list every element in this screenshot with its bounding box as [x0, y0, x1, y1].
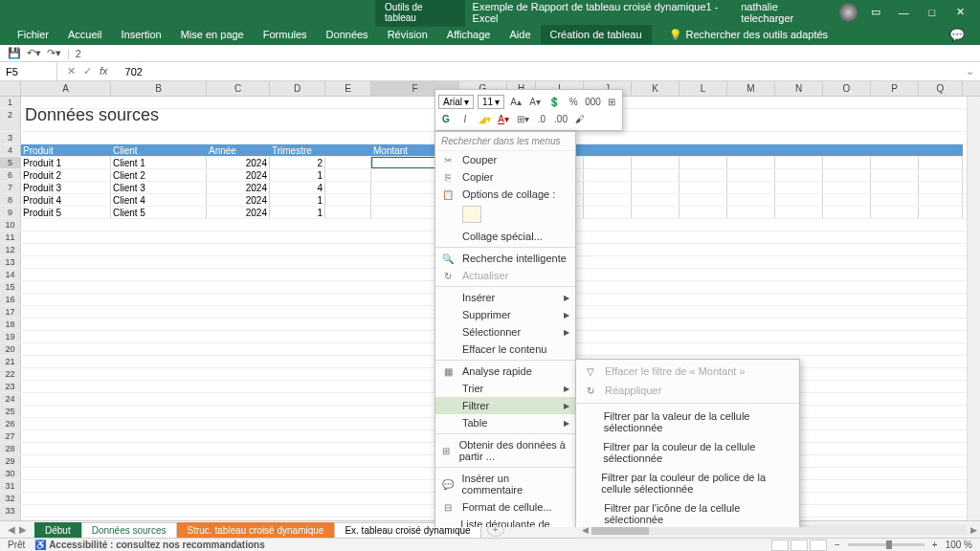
cell[interactable] [919, 331, 963, 342]
cell[interactable] [325, 343, 371, 355]
cell[interactable] [21, 319, 111, 330]
cell[interactable] [823, 269, 871, 280]
cell[interactable]: 4 [270, 182, 325, 193]
row-header[interactable]: 26 [0, 418, 21, 430]
cell[interactable]: Données sources [21, 109, 111, 131]
cell[interactable] [270, 505, 325, 517]
cell[interactable] [111, 393, 207, 405]
cell[interactable] [823, 368, 871, 380]
cell[interactable] [21, 505, 111, 517]
cell[interactable] [679, 157, 727, 168]
cell[interactable] [823, 256, 871, 268]
cell[interactable] [270, 109, 325, 131]
column-header-A[interactable]: A [21, 81, 111, 96]
cell[interactable] [207, 406, 270, 417]
cell[interactable] [919, 169, 963, 181]
cell[interactable] [270, 219, 325, 231]
cell[interactable] [584, 256, 632, 268]
cell[interactable] [270, 231, 325, 243]
cell[interactable] [823, 343, 871, 355]
cell[interactable] [325, 493, 371, 504]
cell[interactable] [679, 244, 727, 255]
increase-font-icon[interactable]: A▴ [508, 97, 523, 107]
cell[interactable] [584, 306, 632, 318]
italic-icon[interactable]: I [457, 114, 473, 124]
cell[interactable] [679, 331, 727, 342]
row-header[interactable]: 7 [0, 182, 21, 193]
cell[interactable] [919, 356, 963, 367]
tab-formulas[interactable]: Formules [254, 25, 317, 44]
cell[interactable] [21, 356, 111, 367]
column-header-B[interactable]: B [111, 81, 207, 96]
cell[interactable] [679, 194, 727, 206]
cell[interactable] [325, 144, 371, 156]
cell[interactable] [632, 169, 679, 181]
row-header[interactable]: 27 [0, 430, 21, 442]
cell[interactable] [270, 468, 325, 479]
cell[interactable] [207, 443, 270, 454]
cell[interactable] [919, 231, 963, 243]
cell[interactable] [775, 269, 823, 280]
view-page-layout[interactable] [791, 540, 808, 551]
cell[interactable] [21, 443, 111, 454]
tab-data[interactable]: Données [317, 25, 378, 44]
cell[interactable] [823, 356, 871, 367]
close-button[interactable]: ✕ [950, 3, 970, 22]
formula-input[interactable]: 702 [118, 66, 143, 77]
cell[interactable] [270, 306, 325, 318]
menu-delete[interactable]: Supprimer▶ [435, 306, 575, 323]
row-header[interactable]: 21 [0, 356, 21, 367]
column-header-O[interactable]: O [823, 81, 871, 96]
tab-home[interactable]: Accueil [58, 25, 111, 44]
cell[interactable] [775, 244, 823, 255]
cell[interactable] [727, 256, 775, 268]
cell[interactable] [325, 132, 371, 143]
row-header[interactable]: 14 [0, 269, 21, 280]
share-icon[interactable]: 💬 [949, 28, 972, 42]
cell[interactable] [775, 294, 823, 305]
cell[interactable] [823, 393, 871, 405]
cell[interactable] [21, 406, 111, 417]
cell[interactable] [679, 294, 727, 305]
tab-page-layout[interactable]: Mise en page [171, 25, 254, 44]
cell[interactable] [823, 406, 871, 417]
cell[interactable] [21, 306, 111, 318]
row-header[interactable]: 31 [0, 480, 21, 492]
cell[interactable] [325, 281, 371, 293]
cell[interactable] [325, 331, 371, 342]
cell[interactable] [919, 294, 963, 305]
cell[interactable] [919, 97, 963, 108]
borders-icon[interactable]: ⊞▾ [515, 114, 530, 124]
cell[interactable] [871, 194, 919, 206]
cell[interactable] [270, 418, 325, 430]
cell[interactable]: 1 [270, 169, 325, 181]
redo-button[interactable]: ↷▾ [47, 47, 61, 59]
cell[interactable] [325, 319, 371, 330]
cell[interactable] [871, 393, 919, 405]
cell[interactable] [584, 281, 632, 293]
cell[interactable] [679, 281, 727, 293]
cell[interactable] [21, 493, 111, 504]
cell[interactable] [111, 505, 207, 517]
cell[interactable] [207, 368, 270, 380]
cell[interactable] [727, 331, 775, 342]
cell[interactable]: Produit [21, 144, 111, 156]
cell[interactable] [823, 331, 871, 342]
cell[interactable] [21, 468, 111, 479]
submenu-filter-by-color[interactable]: Filtrer par la couleur de la cellule sél… [576, 437, 799, 468]
column-header-Q[interactable]: Q [919, 81, 963, 96]
cell[interactable] [919, 207, 963, 218]
cell[interactable] [919, 443, 963, 454]
cell[interactable] [584, 207, 632, 218]
cell[interactable] [919, 194, 963, 206]
cell[interactable] [727, 306, 775, 318]
cell[interactable] [871, 269, 919, 280]
cell[interactable] [584, 343, 632, 355]
cell[interactable] [775, 182, 823, 193]
cell[interactable] [679, 207, 727, 218]
cell[interactable] [111, 455, 207, 467]
cell[interactable] [111, 231, 207, 243]
cell[interactable] [207, 480, 270, 492]
column-header-C[interactable]: C [207, 81, 270, 96]
cell[interactable] [270, 430, 325, 442]
